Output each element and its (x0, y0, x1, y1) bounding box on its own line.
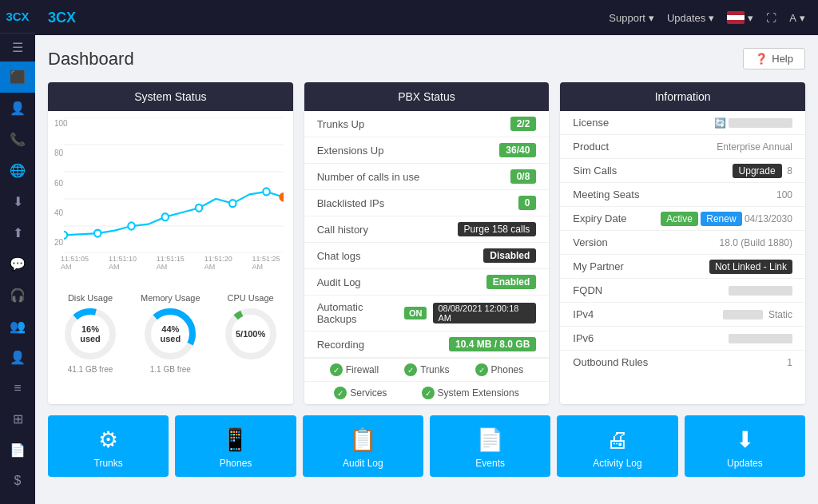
topbar-logo: 3CX (48, 10, 76, 26)
disk-usage-item: Disk Usage 16% used 41.1 GB free (62, 293, 118, 374)
sidebar-item-upload[interactable]: ⬆ (0, 217, 35, 248)
expand-button[interactable]: ⛶ (766, 12, 776, 24)
calls-label: Number of calls in use (317, 171, 420, 183)
tile-events[interactable]: 📄 Events (430, 415, 550, 477)
check-sysext-label: System Extensions (438, 387, 519, 399)
user-menu-button[interactable]: A ▾ (789, 12, 805, 24)
memory-value: 44% used (157, 324, 185, 343)
sidebar-item-log[interactable]: 📋 (0, 496, 35, 504)
sidebar-item-grid[interactable]: ⊞ (0, 403, 35, 435)
info-license-row: License 🔄 (560, 111, 805, 135)
pbx-chatlogs-row: Chat logs Disabled (304, 243, 550, 269)
pbx-status-header: PBX Status (304, 82, 550, 111)
updates-button[interactable]: Updates ▾ (667, 12, 714, 24)
check-firewall: ✓ Firewall (330, 363, 379, 376)
pbx-auditlog-row: Audit Log Enabled (304, 269, 550, 296)
topbar-right: Support ▾ Updates ▾ ▾ ⛶ A ▾ (609, 11, 805, 24)
sidebar-item-list[interactable]: ≡ (0, 373, 35, 403)
sidebar-item-download[interactable]: ⬇ (0, 186, 35, 217)
pbx-status-card: PBX Status Trunks Up 2/2 Extensions Up 3… (304, 82, 550, 404)
upgrade-badge[interactable]: Upgrade (733, 164, 782, 178)
upload-icon: ⬆ (13, 225, 23, 240)
sidebar-item-contacts[interactable]: 👤 (0, 342, 35, 373)
sidebar-item-page[interactable]: 📄 (0, 435, 35, 466)
usage-row: Disk Usage 16% used 41.1 GB free Memory (48, 287, 293, 377)
check-phones: ✓ Phones (475, 363, 524, 376)
sidebar-item-user[interactable]: 👤 (0, 93, 35, 124)
info-simcalls-row: Sim Calls Upgrade 8 (560, 159, 805, 183)
check-phones-label: Phones (491, 364, 524, 375)
logo-text: 3CX (6, 10, 29, 23)
chart-area: 100 80 60 40 20 (48, 111, 293, 287)
tile-auditlog[interactable]: 📋 Audit Log (303, 415, 423, 477)
user-initial: A (789, 12, 796, 24)
pbx-trunks-row: Trunks Up 2/2 (304, 111, 550, 137)
system-status-card: System Status 100 80 60 40 20 (48, 82, 293, 404)
sidebar-item-globe[interactable]: 🌐 (0, 155, 35, 186)
auditlog-badge: Enabled (486, 275, 537, 289)
pbx-backups-row: Automatic Backups ON 08/08/2021 12:00:18… (304, 296, 550, 331)
expiry-val: Active Renew 04/13/2030 (661, 213, 792, 224)
check-sysext-icon: ✓ (422, 387, 435, 399)
notlinked-badge[interactable]: Not Linked - Link (709, 260, 792, 274)
simcalls-val: Upgrade 8 (733, 165, 792, 177)
cpu-donut: 5/100% (223, 306, 279, 362)
svg-point-12 (263, 188, 269, 195)
sidebar-item-headset[interactable]: 🎧 (0, 280, 35, 311)
sidebar-item-dollar[interactable]: $ (0, 466, 35, 496)
backups-date: 08/08/2021 12:00:18 AM (433, 303, 536, 323)
sidebar-item-phone[interactable]: 📞 (0, 124, 35, 155)
main-area: 3CX Support ▾ Updates ▾ ▾ ⛶ A ▾ (35, 0, 818, 504)
ipv6-val (729, 333, 792, 344)
refresh-icon[interactable]: 🔄 (714, 117, 726, 129)
group-icon: 👥 (10, 319, 26, 334)
license-label: License (573, 117, 609, 129)
tile-phones[interactable]: 📱 Phones (175, 415, 296, 477)
sidebar-item-group[interactable]: 👥 (0, 311, 35, 342)
memory-usage-item: Memory Usage 44% used 1.1 GB free (141, 293, 201, 374)
tile-activitylog[interactable]: 🖨 Activity Log (557, 415, 677, 477)
sidebar: 3CX ☰ ⬛ 👤 📞 🌐 ⬇ ⬆ 💬 🎧 👥 👤 ≡ ⊞ 📄 $ 📋 (0, 0, 35, 504)
check-sysext: ✓ System Extensions (422, 387, 519, 399)
help-button[interactable]: ❓ Help (743, 48, 805, 69)
sidebar-item-chat[interactable]: 💬 (0, 248, 35, 280)
flag-chevron-icon: ▾ (748, 12, 753, 24)
flag-button[interactable]: ▾ (727, 11, 753, 24)
product-val: Enterprise Annual (717, 141, 792, 153)
renew-badge[interactable]: Renew (701, 212, 741, 226)
trunks-badge: 2/2 (510, 117, 537, 131)
meeting-label: Meeting Seats (573, 189, 639, 200)
product-label: Product (573, 141, 609, 153)
chart-time-labels: 11:51:05AM 11:51:10AM 11:51:15AM 11:51:2… (58, 255, 284, 271)
information-card: Information License 🔄 Product Enterprise… (560, 82, 805, 404)
outbound-val: 1 (787, 357, 792, 368)
help-label: Help (772, 53, 793, 65)
info-product-row: Product Enterprise Annual (560, 135, 805, 159)
topbar: 3CX Support ▾ Updates ▾ ▾ ⛶ A ▾ (35, 0, 818, 35)
disk-donut: 16% used (62, 306, 118, 362)
backups-on-badge: ON (404, 307, 427, 319)
pbx-recording-row: Recording 10.4 MB / 8.0 GB (304, 331, 550, 358)
auditlog-tile-icon: 📋 (349, 427, 377, 453)
blacklist-label: Blacklisted IPs (317, 197, 385, 209)
updates-tile-icon: ⬇ (736, 427, 754, 453)
disk-sub: 41.1 GB free (62, 365, 118, 374)
pbx-extensions-row: Extensions Up 36/40 (304, 137, 550, 164)
memory-donut: 44% used (142, 306, 198, 362)
tile-updates[interactable]: ⬇ Updates (685, 415, 805, 477)
calls-badge: 0/8 (510, 169, 537, 184)
sidebar-item-dashboard[interactable]: ⬛ (0, 62, 35, 93)
hamburger-menu[interactable]: ☰ (0, 34, 35, 62)
updates-label: Updates (667, 12, 705, 24)
line-chart-svg (64, 117, 284, 253)
user-icon: 👤 (10, 101, 26, 116)
chatlogs-badge: Disabled (483, 248, 536, 263)
support-button[interactable]: Support ▾ (609, 12, 654, 24)
purge-badge[interactable]: Purge 158 calls (458, 222, 537, 236)
trunks-tile-label: Trunks (94, 458, 123, 469)
headset-icon: 🎧 (10, 288, 26, 303)
memory-label: Memory Usage (141, 293, 201, 303)
version-label: Version (573, 236, 607, 248)
events-tile-label: Events (475, 458, 505, 469)
tile-trunks[interactable]: ⚙ Trunks (48, 415, 169, 477)
